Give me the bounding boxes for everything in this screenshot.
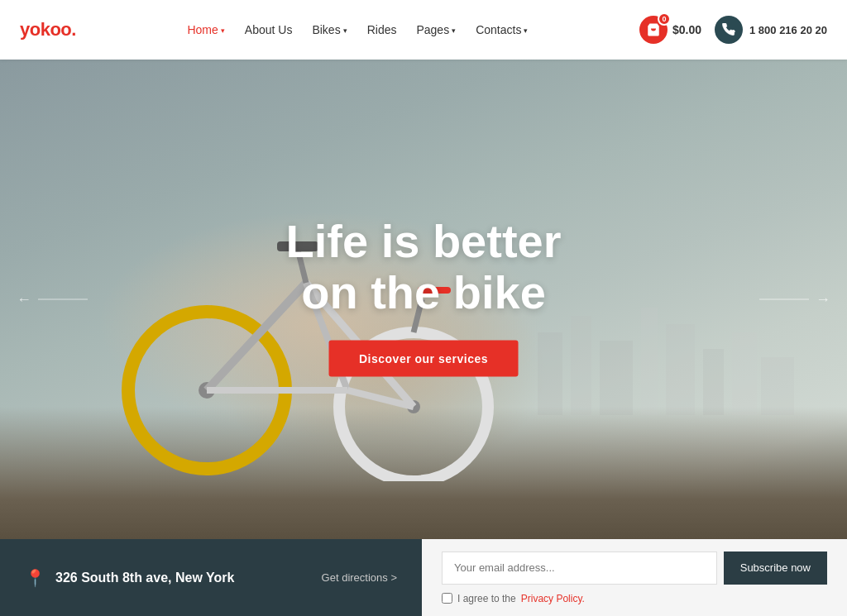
- privacy-text: I agree to the: [457, 593, 516, 604]
- svg-rect-1: [571, 316, 591, 415]
- privacy-policy-link[interactable]: Privacy Policy.: [521, 593, 585, 604]
- phone-icon: [715, 16, 743, 44]
- location-pin-icon: 📍: [25, 568, 45, 588]
- nav-item-bikes[interactable]: Bikes ▾: [312, 23, 347, 36]
- cart-price: $0.00: [672, 23, 701, 36]
- nav-item-pages[interactable]: Pages ▾: [416, 23, 456, 36]
- privacy-checkbox[interactable]: [442, 593, 452, 604]
- header: yokoo. Home ▾ About Us Bikes ▾ Rides Pag…: [0, 0, 847, 60]
- nav-item-about[interactable]: About Us: [245, 23, 293, 36]
- hero-title: Life is better on the bike: [286, 216, 562, 318]
- header-right: 0 $0.00 1 800 216 20 20: [639, 16, 827, 44]
- cart-icon: 0: [639, 16, 668, 44]
- arrow-right-icon: →: [816, 291, 830, 308]
- svg-rect-3: [641, 308, 658, 415]
- chevron-down-icon: ▾: [452, 26, 456, 35]
- nav-item-home[interactable]: Home ▾: [187, 23, 224, 36]
- discover-services-button[interactable]: Discover our services: [329, 341, 518, 377]
- email-subscribe-row: Subscribe now: [442, 552, 827, 585]
- arrow-left-icon: ←: [17, 291, 31, 308]
- svg-rect-4: [666, 324, 695, 415]
- arrow-line: [38, 299, 88, 300]
- subscribe-button[interactable]: Subscribe now: [724, 552, 827, 585]
- svg-rect-2: [600, 341, 633, 415]
- phone-number: 1 800 216 20 20: [749, 24, 827, 36]
- next-slide-button[interactable]: →: [759, 291, 830, 308]
- arrow-line: [759, 299, 809, 300]
- phone-receiver-icon: [722, 23, 735, 36]
- svg-rect-5: [703, 349, 724, 415]
- logo-dot: .: [71, 19, 76, 40]
- hero-content: Life is better on the bike Discover our …: [286, 216, 562, 377]
- main-nav: Home ▾ About Us Bikes ▾ Rides Pages ▾ Co…: [187, 23, 528, 36]
- location-section: 📍 326 South 8th ave, New York Get direct…: [0, 539, 422, 616]
- nav-item-rides[interactable]: Rides: [367, 23, 397, 36]
- logo[interactable]: yokoo.: [20, 19, 76, 41]
- chevron-down-icon: ▾: [221, 26, 225, 35]
- phone-button[interactable]: 1 800 216 20 20: [715, 16, 827, 44]
- nav-item-contacts[interactable]: Contacts ▾: [476, 23, 528, 36]
- prev-slide-button[interactable]: ←: [17, 291, 88, 308]
- address-text: 326 South 8th ave, New York: [55, 571, 234, 585]
- bottom-bar: 📍 326 South 8th ave, New York Get direct…: [0, 539, 847, 616]
- svg-rect-7: [761, 357, 794, 415]
- privacy-row: I agree to the Privacy Policy.: [442, 593, 827, 604]
- newsletter-section: Subscribe now I agree to the Privacy Pol…: [422, 539, 847, 616]
- cart-button[interactable]: 0 $0.00: [639, 16, 701, 44]
- logo-text: yokoo: [20, 19, 71, 40]
- get-directions-link[interactable]: Get directions >: [322, 571, 397, 584]
- hero-section: ← → Life is better on the bike Discover …: [0, 60, 847, 539]
- email-input[interactable]: [442, 552, 717, 585]
- cart-badge: 0: [658, 12, 671, 26]
- shopping-cart-icon: [646, 22, 661, 37]
- chevron-down-icon: ▾: [343, 26, 347, 35]
- svg-rect-6: [732, 332, 757, 415]
- chevron-down-icon: ▾: [524, 26, 528, 35]
